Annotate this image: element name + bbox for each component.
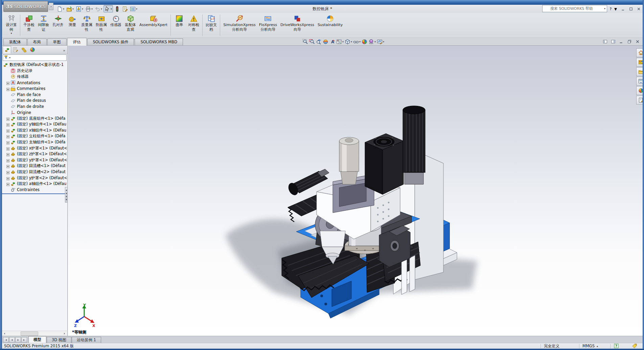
tile-right-button[interactable] bbox=[610, 39, 616, 44]
simulationxpress-button[interactable]: SimulationXpress分析向导 bbox=[222, 14, 257, 37]
tree-item[interactable]: (固定) y护罩<1> (Défaut< bbox=[2, 157, 67, 163]
solidworks-logo[interactable]: ƷS SOLIDWORKS bbox=[3, 1, 48, 12]
solidworks-resources-tab[interactable] bbox=[636, 48, 643, 57]
tile-left-button[interactable] bbox=[602, 39, 608, 44]
bottom-tab-模型[interactable]: 模型 bbox=[28, 336, 46, 343]
panel-more-chevron[interactable]: » bbox=[63, 48, 67, 53]
sensors-button[interactable]: 传感器 bbox=[109, 14, 123, 37]
tree-item[interactable]: (固定) 主轴组件<1> (Défa bbox=[2, 139, 67, 145]
tree-item[interactable]: (固定) 立柱组件<1> (Défa bbox=[2, 133, 67, 139]
tree-item[interactable]: Plan de face bbox=[2, 92, 67, 98]
expand-icon[interactable] bbox=[6, 177, 9, 180]
interference-detection-button[interactable]: 干涉检查 bbox=[22, 14, 36, 37]
assemblyxpert-button[interactable]: AssemblyXpert bbox=[138, 14, 169, 37]
expand-icon[interactable] bbox=[6, 147, 9, 150]
scrollbar-thumb[interactable] bbox=[21, 331, 38, 336]
expand-icon[interactable] bbox=[6, 87, 9, 90]
hide-show-items-button[interactable]: ▾ bbox=[353, 38, 361, 45]
previous-view-button[interactable] bbox=[316, 38, 322, 45]
status-units-selector[interactable]: MMGS▴ bbox=[582, 344, 598, 348]
dropdown-arrow-icon[interactable]: ▾ bbox=[72, 7, 74, 10]
view-orientation-button[interactable]: ▾ bbox=[336, 38, 344, 45]
restore-button[interactable] bbox=[627, 5, 634, 12]
expand-icon[interactable] bbox=[6, 182, 9, 185]
tree-item[interactable]: Origine bbox=[2, 110, 67, 116]
expand-icon[interactable] bbox=[6, 153, 9, 156]
appearances-scenes-tab[interactable] bbox=[636, 86, 643, 95]
measure-button[interactable]: 测量 bbox=[65, 14, 79, 37]
minimize-button[interactable] bbox=[620, 5, 626, 12]
expand-icon[interactable] bbox=[6, 81, 9, 84]
doc-minimize-button[interactable] bbox=[618, 39, 624, 44]
custom-properties-tab[interactable] bbox=[636, 96, 643, 104]
help-button[interactable]: ? bbox=[607, 5, 614, 12]
tab-SOLIDWORKS MBD[interactable]: SOLIDWORKS MBD bbox=[135, 39, 183, 45]
tree-item[interactable]: (固定) z护罩<1> (Défaut< bbox=[2, 151, 67, 157]
file-explorer-tab[interactable] bbox=[636, 67, 643, 76]
select-tool-button[interactable]: ▾ bbox=[104, 5, 113, 13]
tree-item[interactable]: Plan de droite bbox=[2, 103, 67, 110]
file-properties-button[interactable] bbox=[121, 5, 129, 13]
new-document-button[interactable]: ▾ bbox=[56, 5, 65, 13]
tree-item[interactable]: 数控铣床 (Défaut<显示状态-1 bbox=[2, 62, 67, 68]
tree-item[interactable]: (固定) 回流槽<1> (Défaut bbox=[2, 163, 67, 169]
dropdown-arrow-icon[interactable]: ▾ bbox=[63, 7, 64, 10]
units-dropdown-arrow[interactable]: ▴ bbox=[597, 345, 598, 348]
dropdown-arrow-icon[interactable]: ▾ bbox=[10, 32, 12, 35]
tree-item[interactable]: (固定) y轴组件<1> (Défau bbox=[2, 121, 67, 127]
section-view-button[interactable] bbox=[322, 38, 329, 45]
configurationmanager-tab[interactable] bbox=[20, 46, 28, 53]
tab-SOLIDWORKS 插件[interactable]: SOLIDWORKS 插件 bbox=[87, 39, 134, 45]
undo-button[interactable]: ▾ bbox=[94, 5, 103, 13]
design-study-button[interactable]: 设计算例▾ bbox=[4, 14, 19, 37]
expand-icon[interactable] bbox=[6, 123, 9, 126]
edit-appearance-button[interactable] bbox=[361, 38, 368, 45]
display-style-button[interactable]: ▾ bbox=[344, 38, 352, 45]
dropdown-arrow-icon[interactable]: ▾ bbox=[383, 40, 384, 43]
last-tab-button[interactable] bbox=[21, 337, 27, 343]
dropdown-arrow-icon[interactable]: ▾ bbox=[136, 7, 137, 10]
bottom-tab-3D 视图[interactable]: 3D 视图 bbox=[47, 337, 71, 343]
doc-restore-button[interactable] bbox=[626, 39, 632, 44]
dropdown-arrow-icon[interactable]: ▾ bbox=[111, 7, 112, 10]
tab-评估[interactable]: 评估 bbox=[67, 38, 87, 46]
annotation-views-button[interactable]: A bbox=[329, 38, 336, 45]
publish-edrawings-button[interactable]: ▾ bbox=[75, 5, 84, 13]
tree-item[interactable]: 传感器 bbox=[2, 74, 67, 80]
tree-item[interactable]: AAnnotations bbox=[2, 80, 67, 86]
expand-icon[interactable] bbox=[6, 159, 9, 162]
clearance-verification-button[interactable]: 间隙验证 bbox=[36, 14, 51, 37]
propertymanager-tab[interactable] bbox=[11, 46, 20, 53]
tree-item[interactable]: (固定) x护罩<1> (Défaut< bbox=[2, 145, 67, 151]
tree-item[interactable]: Contraintes bbox=[2, 187, 67, 193]
sustainability-button[interactable]: Sustainability bbox=[316, 14, 344, 37]
tab-布局[interactable]: 布局 bbox=[27, 39, 47, 45]
filter-dropdown-arrow[interactable]: ▾ bbox=[9, 56, 10, 59]
mass-properties-button[interactable]: 质量属性 bbox=[79, 14, 94, 37]
tree-item[interactable]: (固定) a轴组件<1> (Défau bbox=[2, 181, 67, 187]
open-document-button[interactable]: ▾ bbox=[66, 5, 74, 13]
displaymanager-tab[interactable] bbox=[28, 46, 37, 53]
search-input[interactable] bbox=[550, 6, 597, 11]
floxpress-button[interactable]: FloXpress分析向导 bbox=[257, 14, 279, 37]
dropdown-arrow-icon[interactable]: ▾ bbox=[351, 40, 352, 43]
view-settings-button[interactable]: ▾ bbox=[376, 38, 385, 45]
expand-icon[interactable] bbox=[6, 170, 9, 173]
status-help-icon[interactable]: ? bbox=[614, 343, 619, 349]
expand-icon[interactable] bbox=[6, 141, 9, 144]
first-tab-button[interactable] bbox=[3, 337, 9, 343]
zoom-to-area-button[interactable] bbox=[309, 38, 315, 45]
dropdown-arrow-icon[interactable]: ▾ bbox=[359, 40, 361, 43]
tree-item[interactable]: (固定) 回流槽<2> (Défaut bbox=[2, 169, 67, 175]
cnc-machine-model[interactable] bbox=[220, 73, 484, 323]
search-icon[interactable] bbox=[598, 6, 603, 11]
tree-item[interactable]: Commentaires bbox=[2, 86, 67, 92]
apply-scene-button[interactable]: ▾ bbox=[368, 38, 376, 45]
featuremanager-tab[interactable] bbox=[3, 46, 11, 53]
expand-icon[interactable] bbox=[6, 129, 9, 132]
tree-item[interactable]: 历史记录 bbox=[2, 68, 67, 74]
print-button[interactable]: ▾ bbox=[85, 5, 93, 13]
bottom-tab-运动算例 1[interactable]: 运动算例 1 bbox=[72, 337, 101, 343]
tree-item[interactable]: Plan de dessus bbox=[2, 98, 67, 104]
section-properties-button[interactable]: 剖面属性 bbox=[94, 14, 109, 37]
